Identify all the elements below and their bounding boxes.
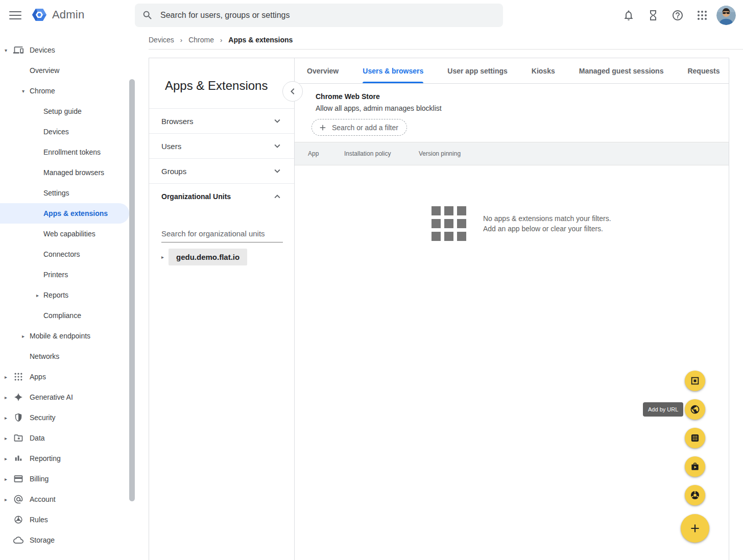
ou-root-node[interactable]: gedu.demo.flat.io [169, 249, 247, 265]
credit-card-icon [13, 474, 23, 484]
sidebar-item-networks[interactable]: Networks [0, 346, 149, 367]
sidebar-item-web-capabilities[interactable]: Web capabilities [0, 224, 149, 244]
breadcrumb-item-devices[interactable]: Devices [149, 36, 174, 44]
column-header-app[interactable]: App [308, 150, 344, 157]
tab-kiosks[interactable]: Kiosks [532, 58, 555, 83]
dialpad-grid-icon [690, 433, 700, 443]
sidebar-item-chrome-devices[interactable]: Devices [0, 121, 149, 142]
top-bar: Admin [0, 0, 743, 31]
add-play-store-app-button[interactable] [685, 456, 705, 477]
tab-overview[interactable]: Overview [307, 58, 339, 83]
add-kiosk-app-button[interactable] [685, 371, 705, 391]
sidebar-item-enrollment-tokens[interactable]: Enrollment tokens [0, 142, 149, 162]
add-filter-button[interactable]: Search or add a filter [311, 119, 407, 136]
ou-tree: ▸ gedu.demo.flat.io [161, 249, 294, 265]
column-header-installation-policy[interactable]: Installation policy [344, 150, 419, 157]
section-browsers[interactable]: Browsers [149, 109, 294, 134]
sidebar-item-managed-browsers[interactable]: Managed browsers [0, 162, 149, 183]
sidebar-item-overview[interactable]: Overview [0, 60, 149, 81]
add-chrome-browser-app-button[interactable] [685, 485, 705, 505]
sidebar-item-setup-guide[interactable]: Setup guide [0, 101, 149, 121]
breadcrumb-separator: › [180, 36, 182, 44]
shield-icon [13, 412, 23, 423]
column-header-version-pinning[interactable]: Version pinning [419, 150, 500, 157]
section-organizational-units[interactable]: Organizational Units [149, 184, 294, 209]
steering-wheel-icon [13, 515, 23, 525]
notifications-button[interactable] [616, 3, 641, 28]
cloud-icon [13, 535, 23, 545]
admin-logo-icon [31, 6, 48, 23]
global-search[interactable] [135, 4, 503, 27]
sidebar-item-rules[interactable]: Rules [0, 509, 149, 530]
sidebar-scrollbar[interactable] [129, 79, 135, 501]
tab-managed-guest-sessions[interactable]: Managed guest sessions [579, 58, 664, 83]
sidebar-item-reports[interactable]: ▸ Reports [0, 285, 149, 305]
collapse-panel-button[interactable] [282, 81, 303, 102]
section-users[interactable]: Users [149, 134, 294, 159]
main-content: Overview Users & browsers User app setti… [295, 58, 729, 560]
bell-icon [622, 9, 635, 21]
square-in-square-icon [690, 376, 700, 386]
caret-down-icon: ▾ [5, 47, 7, 53]
store-policy-title: Chrome Web Store [316, 92, 729, 101]
chevron-up-icon [272, 191, 283, 202]
tab-users-browsers[interactable]: Users & browsers [363, 58, 423, 83]
sidebar: ▾ Devices Overview ▾ Chrome Setup guide … [0, 31, 149, 560]
avatar[interactable] [716, 6, 736, 25]
empty-state: No apps & extensions match your filters.… [432, 206, 611, 241]
tab-user-app-settings[interactable]: User app settings [447, 58, 507, 83]
chevron-left-icon [286, 85, 299, 98]
sidebar-item-settings[interactable]: Settings [0, 183, 149, 203]
chrome-web-store-block: Chrome Web Store Allow all apps, admin m… [295, 84, 729, 142]
bar-chart-icon [13, 453, 23, 464]
sidebar-item-devices[interactable]: ▾ Devices [0, 40, 149, 60]
breadcrumb-item-chrome[interactable]: Chrome [188, 36, 214, 44]
sidebar-item-data[interactable]: ▸ Data [0, 428, 149, 448]
breadcrumb: Devices › Chrome › Apps & extensions [149, 31, 743, 50]
sidebar-item-generative-ai[interactable]: ▸ Generative AI [0, 387, 149, 407]
sidebar-item-compliance[interactable]: Compliance [0, 305, 149, 326]
caret-right-icon: ▸ [5, 456, 7, 461]
empty-state-line2: Add an app below or clear your filters. [483, 224, 611, 234]
sidebar-item-apps-extensions[interactable]: Apps & extensions [0, 203, 129, 224]
sidebar-item-printers[interactable]: Printers [0, 264, 149, 285]
play-store-bag-icon [690, 461, 700, 472]
google-apps-button[interactable] [690, 3, 714, 28]
menu-icon[interactable] [9, 9, 23, 21]
help-button[interactable] [665, 3, 690, 28]
ou-search-input[interactable] [161, 227, 283, 242]
search-input[interactable] [160, 11, 467, 20]
table-header: App Installation policy Version pinning [295, 142, 729, 165]
sidebar-item-account[interactable]: ▸ Account [0, 489, 149, 509]
add-chrome-app-button[interactable] [685, 428, 705, 448]
sidebar-item-security[interactable]: ▸ Security [0, 407, 149, 428]
store-policy-subtitle: Allow all apps, admin manages blocklist [316, 104, 729, 112]
plus-icon [318, 123, 327, 132]
apps-placeholder-icon [432, 206, 466, 241]
search-icon [142, 10, 153, 21]
sidebar-item-chrome[interactable]: ▾ Chrome [0, 81, 149, 101]
sidebar-item-reporting[interactable]: ▸ Reporting [0, 448, 149, 469]
sidebar-item-storage[interactable]: Storage [0, 530, 149, 550]
section-groups[interactable]: Groups [149, 159, 294, 184]
caret-right-icon: ▸ [5, 415, 7, 421]
caret-down-icon: ▾ [22, 88, 25, 94]
caret-right-icon[interactable]: ▸ [161, 254, 164, 260]
chevron-down-icon [272, 115, 283, 127]
add-by-url-button[interactable] [685, 399, 705, 420]
help-icon [672, 9, 684, 21]
caret-right-icon: ▸ [5, 395, 7, 400]
empty-state-line1: No apps & extensions match your filters. [483, 213, 611, 224]
sidebar-item-billing[interactable]: ▸ Billing [0, 469, 149, 489]
sidebar-item-connectors[interactable]: Connectors [0, 244, 149, 264]
caret-right-icon: ▸ [22, 333, 25, 339]
breadcrumb-item-current: Apps & extensions [228, 36, 293, 44]
sidebar-item-apps[interactable]: ▸ Apps [0, 367, 149, 387]
caret-right-icon: ▸ [5, 476, 7, 482]
tab-requests[interactable]: Requests [687, 58, 720, 83]
sidebar-item-mobile-endpoints[interactable]: ▸ Mobile & endpoints [0, 326, 149, 346]
add-app-fab[interactable] [681, 514, 709, 543]
tasks-button[interactable] [641, 3, 665, 28]
devices-icon [13, 45, 23, 55]
globe-icon [690, 404, 700, 415]
